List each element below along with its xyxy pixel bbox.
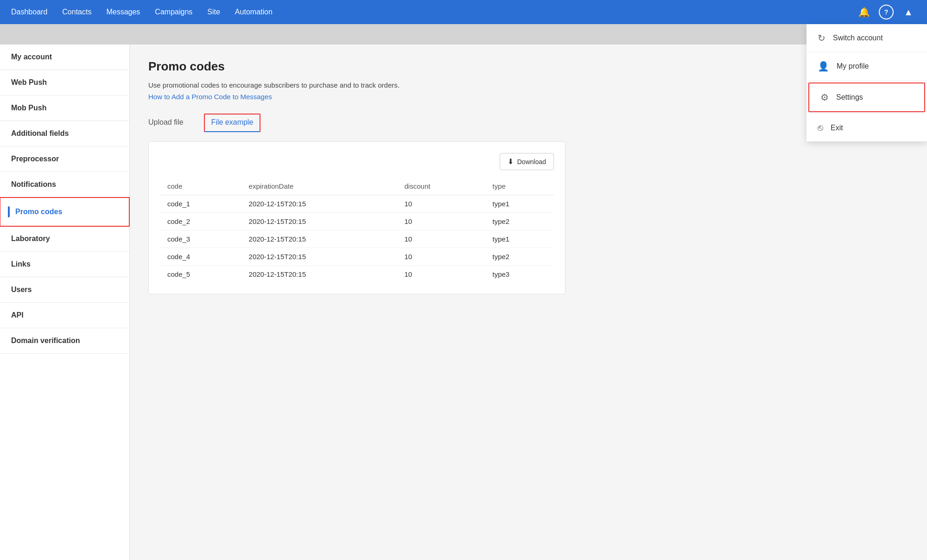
table-cell: 2020-12-15T20:15 bbox=[241, 195, 397, 213]
sidebar-item-links[interactable]: Links bbox=[0, 252, 129, 277]
file-example-card: ⬇ Download code expirationDate discount … bbox=[148, 141, 565, 294]
switch-account-label: Switch account bbox=[833, 34, 883, 42]
nav-messages[interactable]: Messages bbox=[106, 8, 140, 16]
exit-label: Exit bbox=[831, 124, 843, 132]
nav-campaigns[interactable]: Campaigns bbox=[155, 8, 192, 16]
table-cell: type3 bbox=[485, 266, 554, 283]
sidebar: My account Web Push Mob Push Additional … bbox=[0, 45, 130, 560]
table-row: code_22020-12-15T20:1510type2 bbox=[160, 213, 554, 230]
nav-dashboard[interactable]: Dashboard bbox=[11, 8, 47, 16]
table-cell: 10 bbox=[397, 213, 485, 230]
sidebar-item-mob-push[interactable]: Mob Push bbox=[0, 95, 129, 121]
table-cell: code_3 bbox=[160, 230, 241, 248]
sidebar-item-additional-fields[interactable]: Additional fields bbox=[0, 121, 129, 146]
my-profile-label: My profile bbox=[837, 62, 869, 70]
table-cell: code_2 bbox=[160, 213, 241, 230]
download-icon: ⬇ bbox=[508, 157, 514, 166]
sidebar-item-domain-verification[interactable]: Domain verification bbox=[0, 328, 129, 354]
download-label: Download bbox=[517, 158, 546, 165]
table-cell: 10 bbox=[397, 230, 485, 248]
tab-bar: Upload file File example bbox=[148, 114, 908, 132]
page-title: Promo codes bbox=[148, 59, 908, 74]
help-icon[interactable]: ? bbox=[879, 5, 894, 19]
col-header-code: code bbox=[160, 178, 241, 195]
main-layout: My account Web Push Mob Push Additional … bbox=[0, 45, 927, 560]
table-cell: 10 bbox=[397, 195, 485, 213]
page-description: Use promotional codes to encourage subsc… bbox=[148, 81, 426, 89]
col-header-type: type bbox=[485, 178, 554, 195]
sidebar-item-api[interactable]: API bbox=[0, 303, 129, 328]
how-to-link[interactable]: How to Add a Promo Code to Messages bbox=[148, 93, 908, 101]
top-navigation: Dashboard Contacts Messages Campaigns Si… bbox=[0, 0, 927, 24]
col-header-expiration: expirationDate bbox=[241, 178, 397, 195]
table-cell: type2 bbox=[485, 248, 554, 266]
dropdown-my-profile[interactable]: 👤 My profile bbox=[806, 52, 927, 81]
switch-account-icon: ↻ bbox=[818, 32, 825, 44]
sidebar-item-web-push[interactable]: Web Push bbox=[0, 70, 129, 95]
profile-icon: 👤 bbox=[818, 61, 829, 72]
table-row: code_42020-12-15T20:1510type2 bbox=[160, 248, 554, 266]
table-cell: 10 bbox=[397, 266, 485, 283]
chevron-up-icon[interactable]: ▲ bbox=[901, 5, 916, 19]
nav-contacts[interactable]: Contacts bbox=[62, 8, 91, 16]
promo-table: code expirationDate discount type code_1… bbox=[160, 178, 554, 283]
table-cell: code_1 bbox=[160, 195, 241, 213]
exit-icon: ⎋ bbox=[818, 122, 823, 133]
col-header-discount: discount bbox=[397, 178, 485, 195]
user-dropdown-menu: ↻ Switch account 👤 My profile ⚙ Settings… bbox=[806, 24, 927, 141]
table-cell: 2020-12-15T20:15 bbox=[241, 230, 397, 248]
table-row: code_52020-12-15T20:1510type3 bbox=[160, 266, 554, 283]
active-indicator bbox=[8, 206, 10, 217]
nav-icons: 🔔 ? ▲ bbox=[857, 5, 916, 19]
sidebar-item-users[interactable]: Users bbox=[0, 277, 129, 303]
table-cell: code_5 bbox=[160, 266, 241, 283]
notification-icon[interactable]: 🔔 bbox=[857, 5, 871, 19]
sidebar-item-preprocessor[interactable]: Preprocessor bbox=[0, 146, 129, 172]
table-row: code_12020-12-15T20:1510type1 bbox=[160, 195, 554, 213]
nav-automation[interactable]: Automation bbox=[235, 8, 273, 16]
table-cell: 10 bbox=[397, 248, 485, 266]
settings-icon: ⚙ bbox=[820, 92, 829, 103]
dropdown-exit[interactable]: ⎋ Exit bbox=[806, 114, 927, 141]
table-cell: type2 bbox=[485, 213, 554, 230]
table-row: code_32020-12-15T20:1510type1 bbox=[160, 230, 554, 248]
table-cell: type1 bbox=[485, 230, 554, 248]
dropdown-settings[interactable]: ⚙ Settings bbox=[808, 83, 925, 112]
download-button[interactable]: ⬇ Download bbox=[500, 153, 554, 170]
sidebar-item-laboratory[interactable]: Laboratory bbox=[0, 226, 129, 252]
nav-links: Dashboard Contacts Messages Campaigns Si… bbox=[11, 8, 857, 16]
table-cell: type1 bbox=[485, 195, 554, 213]
table-cell: 2020-12-15T20:15 bbox=[241, 266, 397, 283]
tab-upload-file[interactable]: Upload file bbox=[148, 114, 193, 132]
table-cell: 2020-12-15T20:15 bbox=[241, 213, 397, 230]
subheader bbox=[0, 24, 927, 45]
tab-file-example[interactable]: File example bbox=[204, 114, 261, 132]
sidebar-item-promo-codes[interactable]: Promo codes bbox=[0, 197, 130, 227]
table-cell: code_4 bbox=[160, 248, 241, 266]
table-cell: 2020-12-15T20:15 bbox=[241, 248, 397, 266]
nav-site[interactable]: Site bbox=[207, 8, 220, 16]
dropdown-switch-account[interactable]: ↻ Switch account bbox=[806, 24, 927, 52]
file-card-header: ⬇ Download bbox=[160, 153, 554, 170]
sidebar-item-my-account[interactable]: My account bbox=[0, 45, 129, 70]
settings-label: Settings bbox=[836, 93, 863, 102]
sidebar-item-notifications[interactable]: Notifications bbox=[0, 172, 129, 197]
